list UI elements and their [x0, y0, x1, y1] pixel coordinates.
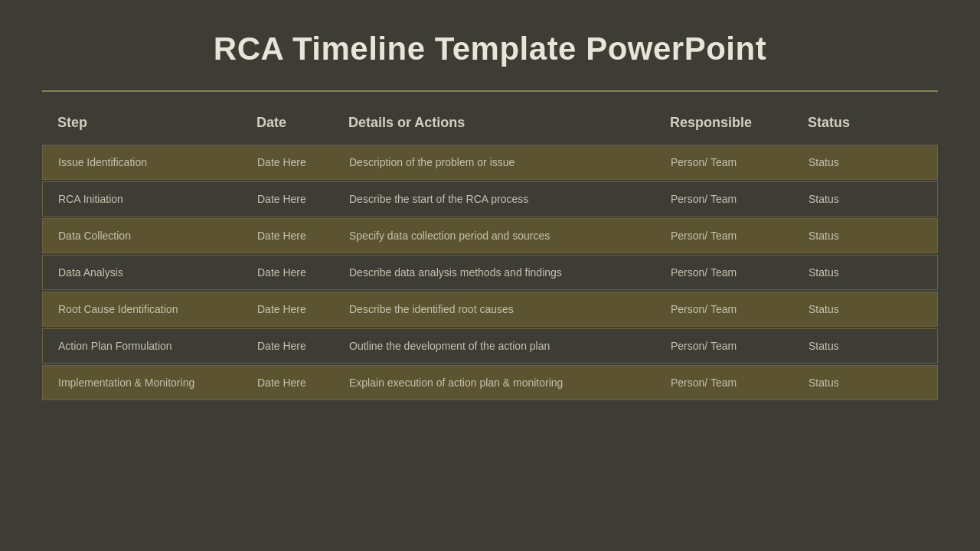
- cell-status: Status: [808, 230, 900, 242]
- cell-date: Date Here: [257, 230, 349, 242]
- main-title: RCA Timeline Template PowerPoint: [0, 31, 980, 67]
- cell-date: Date Here: [257, 193, 349, 205]
- cell-status: Status: [808, 340, 900, 352]
- header-date: Date: [256, 115, 348, 131]
- cell-step: Data Collection: [58, 230, 257, 242]
- cell-responsible: Person/ Team: [671, 230, 808, 242]
- cell-responsible: Person/ Team: [671, 266, 808, 279]
- cell-status: Status: [808, 303, 900, 315]
- header-responsible: Responsible: [670, 115, 808, 131]
- table-body: Issue IdentificationDate HereDescription…: [42, 145, 938, 400]
- table-container: Step Date Details or Actions Responsible…: [42, 107, 938, 402]
- cell-responsible: Person/ Team: [671, 303, 808, 315]
- cell-responsible: Person/ Team: [671, 193, 808, 205]
- cell-date: Date Here: [257, 156, 349, 168]
- cell-status: Status: [808, 266, 900, 279]
- table-row: Action Plan FormulationDate HereOutline …: [42, 328, 938, 364]
- table-header: Step Date Details or Actions Responsible…: [42, 107, 938, 139]
- header-details: Details or Actions: [348, 115, 670, 131]
- divider: [42, 90, 938, 92]
- table-row: Implementation & MonitoringDate HereExpl…: [42, 365, 938, 400]
- table-row: Data AnalysisDate HereDescribe data anal…: [42, 255, 938, 290]
- cell-details: Explain execution of action plan & monit…: [349, 377, 671, 389]
- title-section: RCA Timeline Template PowerPoint: [0, 0, 980, 83]
- cell-details: Describe the start of the RCA process: [349, 193, 671, 205]
- table-row: RCA InitiationDate HereDescribe the star…: [42, 181, 938, 217]
- header-step: Step: [57, 115, 256, 131]
- cell-step: Action Plan Formulation: [58, 340, 257, 352]
- table-row: Data CollectionDate HereSpecify data col…: [42, 218, 938, 253]
- cell-step: Implementation & Monitoring: [58, 377, 257, 389]
- table-row: Root Cause IdentificationDate HereDescri…: [42, 292, 938, 327]
- cell-details: Describe the identified root causes: [349, 303, 671, 315]
- cell-step: Data Analysis: [58, 266, 257, 279]
- cell-details: Outline the development of the action pl…: [349, 340, 671, 352]
- cell-details: Description of the problem or issue: [349, 156, 671, 168]
- cell-responsible: Person/ Team: [671, 156, 808, 168]
- cell-date: Date Here: [257, 340, 349, 352]
- cell-step: RCA Initiation: [58, 193, 257, 205]
- cell-step: Issue Identification: [58, 156, 257, 168]
- cell-date: Date Here: [257, 377, 349, 389]
- cell-details: Specify data collection period and sourc…: [349, 230, 671, 242]
- cell-responsible: Person/ Team: [671, 340, 808, 352]
- cell-status: Status: [808, 156, 900, 168]
- cell-date: Date Here: [257, 303, 349, 315]
- cell-details: Describe data analysis methods and findi…: [349, 266, 671, 279]
- cell-status: Status: [808, 193, 900, 205]
- cell-step: Root Cause Identification: [58, 303, 257, 315]
- header-status: Status: [808, 115, 900, 131]
- cell-responsible: Person/ Team: [671, 377, 808, 389]
- table-row: Issue IdentificationDate HereDescription…: [42, 145, 938, 180]
- cell-status: Status: [808, 377, 900, 389]
- cell-date: Date Here: [257, 266, 349, 279]
